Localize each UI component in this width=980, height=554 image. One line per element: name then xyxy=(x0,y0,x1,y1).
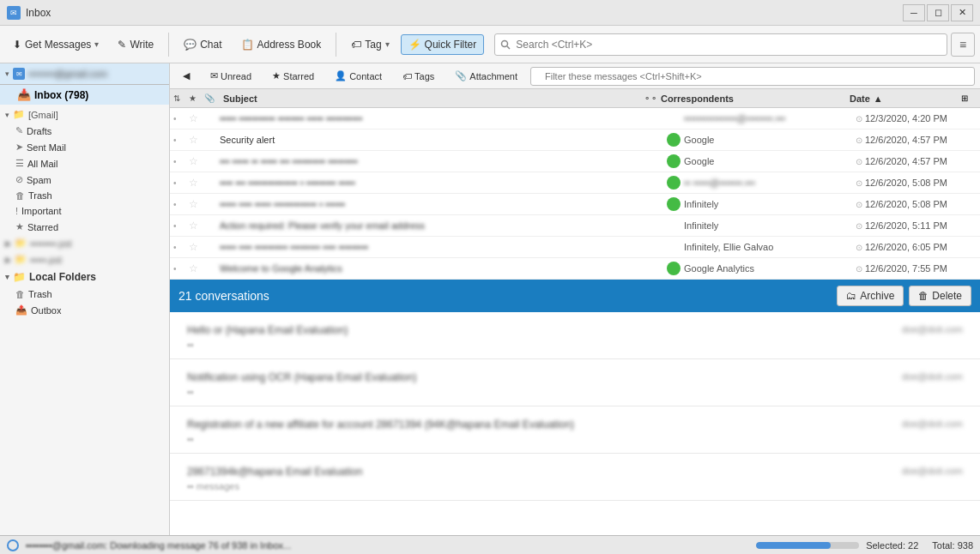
sort-column-header[interactable]: ⇅ xyxy=(173,93,189,103)
write-button[interactable]: ✎ Write xyxy=(110,34,161,55)
row-subject: ••••• ••••••••••• •••••••• ••••• •••••••… xyxy=(220,113,650,123)
delete-button[interactable]: 🗑 Delete xyxy=(909,286,971,306)
preview-from-1: •• xyxy=(187,340,902,350)
filter-search-box xyxy=(530,67,975,86)
inbox-folder-item[interactable]: 📥 Inbox (798) xyxy=(0,85,169,105)
tags-filter-button[interactable]: 🏷 Tags xyxy=(395,68,442,85)
preview-email-1[interactable]: Hello or (Hapana Email Evaluation) •• do… xyxy=(170,312,980,359)
important-label: Important xyxy=(21,206,61,216)
unread-filter-button[interactable]: ✉ Unread xyxy=(203,67,259,85)
table-row[interactable]: • ☆ ••• ••••• •• ••••• ••• •••••••••• ••… xyxy=(170,151,980,172)
sidebar-item-drafts[interactable]: ✎ Drafts xyxy=(0,123,169,139)
delete-label: Delete xyxy=(932,290,962,302)
table-row[interactable]: • ☆ ••••• ••••••••••• •••••••• ••••• •••… xyxy=(170,108,980,129)
address-book-icon: 📋 xyxy=(241,39,254,51)
row-corr: Google xyxy=(684,156,856,166)
row-star-button[interactable]: ☆ xyxy=(189,134,204,146)
pst-folder-2[interactable]: ▶ 📁 •••••.pst xyxy=(0,251,169,268)
sidebar-item-outbox[interactable]: 📤 Outbox xyxy=(0,302,169,318)
filter-icon: ⚡ xyxy=(408,39,421,51)
attachment-filter-button[interactable]: 📎 Attachment xyxy=(447,67,525,85)
table-row[interactable]: • ☆ Welcome to Google Analytics Google A… xyxy=(170,258,980,280)
starred-filter-button[interactable]: ★ Starred xyxy=(264,67,322,85)
table-row[interactable]: • ☆ ••••• •••• ••••• ••••••••••••• • •••… xyxy=(170,194,980,215)
contact-filter-button[interactable]: 👤 Contact xyxy=(327,67,390,85)
sidebar-item-local-trash[interactable]: 🗑 Trash xyxy=(0,286,169,302)
filter-input[interactable] xyxy=(530,67,975,86)
total-count: Total: 938 xyxy=(932,540,973,551)
subject-column-header[interactable]: Subject xyxy=(220,93,644,104)
chat-button[interactable]: 💬 Chat xyxy=(176,34,229,55)
restore-button[interactable]: ◻ xyxy=(927,4,949,21)
correspondents-column-header[interactable]: Correspondents xyxy=(661,93,850,104)
write-icon: ✎ xyxy=(118,39,126,51)
preview-subject-3: Registration of a new affiliate for acco… xyxy=(187,419,902,431)
gmail-group-header[interactable]: ▾ 📁 [Gmail] xyxy=(0,106,169,123)
row-time-icon: ⊙ xyxy=(856,243,862,252)
quick-filter-button[interactable]: ⚡ Quick Filter xyxy=(401,34,485,55)
date-column-header[interactable]: Date ▲ xyxy=(850,93,961,104)
row-star-button[interactable]: ☆ xyxy=(189,198,204,210)
local-folder-icon: 📁 xyxy=(13,271,26,283)
preview-email-2[interactable]: Notification using OCR (Hapana Email Eva… xyxy=(170,359,980,406)
table-row[interactable]: • ☆ ••••• •••• •••••••••• ••••••••• ••••… xyxy=(170,237,980,258)
get-messages-button[interactable]: ⬇ Get Messages ▾ xyxy=(5,34,106,55)
sidebar-item-trash[interactable]: 🗑 Trash xyxy=(0,188,169,203)
row-star-button[interactable]: ☆ xyxy=(189,241,204,253)
row-corr: ••••••••••••••••@••••••••.••• xyxy=(684,113,856,123)
row-subject: ••••• •••• ••••• ••••••••••••• • •••••• xyxy=(220,199,650,209)
row-star-button[interactable]: ☆ xyxy=(189,220,204,232)
close-button[interactable]: ✕ xyxy=(951,4,973,21)
preview-from-2: •• xyxy=(187,387,902,397)
row-star-button[interactable]: ☆ xyxy=(189,112,204,124)
unread-label: Unread xyxy=(221,71,251,81)
row-star-button[interactable]: ☆ xyxy=(189,155,204,167)
hamburger-menu-button[interactable]: ≡ xyxy=(951,33,975,57)
get-messages-icon: ⬇ xyxy=(13,39,21,51)
table-row[interactable]: • ☆ •••• ••• ••••••••••••••• • •••••••••… xyxy=(170,172,980,194)
row-sort-icon: • xyxy=(173,243,189,252)
sidebar-item-all-mail[interactable]: ☰ All Mail xyxy=(0,155,169,172)
archive-button[interactable]: 🗂 Archive xyxy=(837,286,904,306)
title-bar-left: ✉ Inbox xyxy=(7,6,51,20)
table-row[interactable]: • ☆ Action required: Please verify your … xyxy=(170,215,980,237)
expand-column-header[interactable]: ⊞ xyxy=(961,93,977,103)
minimize-button[interactable]: ─ xyxy=(903,4,925,21)
search-box xyxy=(494,33,947,56)
pst1-collapse-icon: ▶ xyxy=(5,239,11,248)
row-star-button[interactable]: ☆ xyxy=(189,177,204,189)
tag-arrow-icon: ▾ xyxy=(385,39,390,49)
preview-pane[interactable]: Hello or (Hapana Email Evaluation) •• do… xyxy=(170,312,980,535)
sidebar-item-important[interactable]: ! Important xyxy=(0,203,169,219)
sidebar-item-starred[interactable]: ★ Starred xyxy=(0,219,169,235)
local-folders-label: Local Folders xyxy=(29,271,96,283)
row-date: 12/3/2020, 4:20 PM xyxy=(865,113,977,123)
all-mail-label: All Mail xyxy=(27,159,57,169)
spam-label: Spam xyxy=(27,175,51,185)
account-row[interactable]: ▾ ✉ ••••••••@gmail.com xyxy=(0,63,169,85)
search-input[interactable] xyxy=(494,33,947,56)
attach-column-header[interactable]: 📎 xyxy=(204,93,220,103)
sidebar-item-sent-mail[interactable]: ➤ Sent Mail xyxy=(0,139,169,155)
table-row[interactable]: • ☆ Security alert Google ⊙ 12/6/2020, 4… xyxy=(170,129,980,151)
select-all-button[interactable]: ◀ xyxy=(175,67,197,85)
preview-email-3[interactable]: Registration of a new affiliate for acco… xyxy=(170,406,980,454)
sidebar: ▾ ✉ ••••••••@gmail.com 📥 Inbox (798) ▾ 📁… xyxy=(0,63,170,535)
row-date: 12/6/2020, 5:08 PM xyxy=(865,178,977,188)
main-area: ▾ ✉ ••••••••@gmail.com 📥 Inbox (798) ▾ 📁… xyxy=(0,63,980,535)
gmail-folder-icon: 📁 xyxy=(13,109,25,120)
row-date: 12/6/2020, 4:57 PM xyxy=(865,156,977,166)
sidebar-item-spam[interactable]: ⊘ Spam xyxy=(0,172,169,188)
archive-label: Archive xyxy=(860,290,894,302)
row-star-button[interactable]: ☆ xyxy=(189,262,204,274)
row-corr: •• •••••@•••••••.••• xyxy=(684,178,856,188)
preview-email-4[interactable]: 28671394k@hapana Email Evaluation •• mes… xyxy=(170,454,980,501)
local-folders-group[interactable]: ▾ 📁 Local Folders xyxy=(0,268,169,286)
tag-button[interactable]: 🏷 Tag ▾ xyxy=(343,34,396,55)
email-table-header: ⇅ ★ 📎 Subject ⚬⚬ Correspondents Date ▲ ⊞ xyxy=(170,89,980,108)
star-column-header[interactable]: ★ xyxy=(189,93,204,103)
address-book-button[interactable]: 📋 Address Book xyxy=(233,34,330,55)
pst-folder-1[interactable]: ▶ 📁 ••••••••.pst xyxy=(0,235,169,251)
status-icon xyxy=(7,539,19,551)
toolbar-separator-2 xyxy=(336,33,336,57)
